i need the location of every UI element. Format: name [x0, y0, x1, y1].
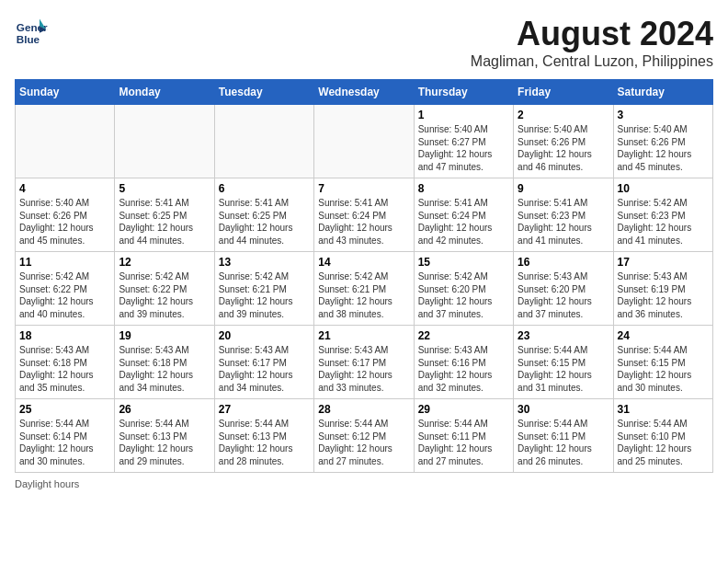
day-info: Sunrise: 5:44 AM Sunset: 6:12 PM Dayligh…	[318, 418, 409, 467]
day-number: 29	[418, 403, 509, 416]
day-number: 28	[318, 403, 409, 416]
day-info: Sunrise: 5:44 AM Sunset: 6:11 PM Dayligh…	[418, 418, 509, 467]
day-info: Sunrise: 5:41 AM Sunset: 6:25 PM Dayligh…	[219, 197, 310, 247]
day-number: 15	[418, 256, 509, 269]
calendar-cell: 20Sunrise: 5:43 AM Sunset: 6:17 PM Dayli…	[214, 326, 313, 399]
day-info: Sunrise: 5:44 AM Sunset: 6:11 PM Dayligh…	[518, 418, 609, 467]
calendar-cell: 17Sunrise: 5:43 AM Sunset: 6:19 PM Dayli…	[613, 252, 712, 326]
calendar-cell: 11Sunrise: 5:42 AM Sunset: 6:22 PM Dayli…	[16, 252, 115, 326]
day-info: Sunrise: 5:42 AM Sunset: 6:22 PM Dayligh…	[19, 270, 110, 320]
calendar-cell: 9Sunrise: 5:41 AM Sunset: 6:23 PM Daylig…	[514, 178, 613, 252]
calendar-cell: 28Sunrise: 5:44 AM Sunset: 6:12 PM Dayli…	[314, 399, 414, 473]
calendar-cell: 1Sunrise: 5:40 AM Sunset: 6:27 PM Daylig…	[414, 105, 513, 178]
day-number: 1	[418, 109, 509, 121]
logo-icon: General Blue	[15, 15, 48, 48]
day-info: Sunrise: 5:41 AM Sunset: 6:24 PM Dayligh…	[318, 197, 409, 247]
day-number: 9	[518, 182, 609, 195]
calendar-header-saturday: Saturday	[613, 80, 712, 105]
subtitle: Magliman, Central Luzon, Philippines	[471, 53, 713, 70]
day-info: Sunrise: 5:41 AM Sunset: 6:23 PM Dayligh…	[518, 197, 609, 247]
day-info: Sunrise: 5:44 AM Sunset: 6:15 PM Dayligh…	[518, 344, 609, 394]
day-info: Sunrise: 5:43 AM Sunset: 6:17 PM Dayligh…	[318, 344, 409, 394]
day-info: Sunrise: 5:44 AM Sunset: 6:15 PM Dayligh…	[618, 344, 709, 394]
calendar-header-monday: Monday	[115, 80, 214, 105]
calendar-header-sunday: Sunday	[16, 80, 115, 105]
day-info: Sunrise: 5:44 AM Sunset: 6:10 PM Dayligh…	[618, 418, 709, 467]
calendar-header-friday: Friday	[514, 80, 613, 105]
day-number: 7	[318, 182, 409, 195]
day-number: 25	[19, 403, 110, 416]
footer-note: Daylight hours	[15, 478, 713, 489]
calendar-cell: 3Sunrise: 5:40 AM Sunset: 6:26 PM Daylig…	[613, 105, 712, 178]
day-number: 24	[618, 329, 709, 342]
main-title: August 2024	[471, 15, 713, 53]
day-number: 6	[219, 182, 310, 195]
calendar-week-1: 1Sunrise: 5:40 AM Sunset: 6:27 PM Daylig…	[16, 105, 713, 178]
day-number: 8	[418, 182, 509, 195]
day-info: Sunrise: 5:43 AM Sunset: 6:18 PM Dayligh…	[119, 344, 210, 394]
calendar-cell: 5Sunrise: 5:41 AM Sunset: 6:25 PM Daylig…	[115, 178, 214, 252]
day-info: Sunrise: 5:40 AM Sunset: 6:26 PM Dayligh…	[19, 197, 110, 247]
calendar-cell: 15Sunrise: 5:42 AM Sunset: 6:20 PM Dayli…	[414, 252, 513, 326]
calendar-cell: 8Sunrise: 5:41 AM Sunset: 6:24 PM Daylig…	[414, 178, 513, 252]
day-number: 4	[19, 182, 110, 195]
day-number: 22	[418, 329, 509, 342]
day-info: Sunrise: 5:43 AM Sunset: 6:18 PM Dayligh…	[19, 344, 110, 394]
day-number: 10	[618, 182, 709, 195]
day-info: Sunrise: 5:41 AM Sunset: 6:25 PM Dayligh…	[119, 197, 210, 247]
calendar-cell: 29Sunrise: 5:44 AM Sunset: 6:11 PM Dayli…	[414, 399, 513, 473]
calendar-cell: 24Sunrise: 5:44 AM Sunset: 6:15 PM Dayli…	[613, 326, 712, 399]
day-number: 27	[219, 403, 310, 416]
day-number: 14	[318, 256, 409, 269]
svg-text:Blue: Blue	[17, 33, 40, 45]
calendar-cell: 12Sunrise: 5:42 AM Sunset: 6:22 PM Dayli…	[115, 252, 214, 326]
calendar-week-2: 4Sunrise: 5:40 AM Sunset: 6:26 PM Daylig…	[16, 178, 713, 252]
day-number: 26	[119, 403, 210, 416]
day-info: Sunrise: 5:41 AM Sunset: 6:24 PM Dayligh…	[418, 197, 509, 247]
calendar-cell: 18Sunrise: 5:43 AM Sunset: 6:18 PM Dayli…	[16, 326, 115, 399]
calendar-cell: 4Sunrise: 5:40 AM Sunset: 6:26 PM Daylig…	[16, 178, 115, 252]
day-number: 5	[119, 182, 210, 195]
calendar-header-row: SundayMondayTuesdayWednesdayThursdayFrid…	[16, 80, 713, 105]
calendar-cell: 10Sunrise: 5:42 AM Sunset: 6:23 PM Dayli…	[613, 178, 712, 252]
calendar-cell	[314, 105, 414, 178]
day-info: Sunrise: 5:43 AM Sunset: 6:17 PM Dayligh…	[219, 344, 310, 394]
calendar: SundayMondayTuesdayWednesdayThursdayFrid…	[15, 79, 713, 473]
calendar-cell: 25Sunrise: 5:44 AM Sunset: 6:14 PM Dayli…	[16, 399, 115, 473]
day-number: 31	[618, 403, 709, 416]
calendar-cell: 6Sunrise: 5:41 AM Sunset: 6:25 PM Daylig…	[214, 178, 313, 252]
day-info: Sunrise: 5:44 AM Sunset: 6:13 PM Dayligh…	[119, 418, 210, 467]
calendar-week-4: 18Sunrise: 5:43 AM Sunset: 6:18 PM Dayli…	[16, 326, 713, 399]
calendar-header-wednesday: Wednesday	[314, 80, 414, 105]
logo: General Blue	[15, 15, 48, 48]
calendar-cell: 13Sunrise: 5:42 AM Sunset: 6:21 PM Dayli…	[214, 252, 313, 326]
day-info: Sunrise: 5:40 AM Sunset: 6:26 PM Dayligh…	[518, 123, 609, 173]
day-number: 20	[219, 329, 310, 342]
calendar-week-5: 25Sunrise: 5:44 AM Sunset: 6:14 PM Dayli…	[16, 399, 713, 473]
day-number: 3	[618, 109, 709, 121]
day-number: 23	[518, 329, 609, 342]
header: General Blue August 2024 Magliman, Centr…	[15, 15, 713, 70]
day-number: 13	[219, 256, 310, 269]
calendar-cell: 22Sunrise: 5:43 AM Sunset: 6:16 PM Dayli…	[414, 326, 513, 399]
calendar-header-thursday: Thursday	[414, 80, 513, 105]
day-info: Sunrise: 5:44 AM Sunset: 6:14 PM Dayligh…	[19, 418, 110, 467]
calendar-cell: 21Sunrise: 5:43 AM Sunset: 6:17 PM Dayli…	[314, 326, 414, 399]
day-info: Sunrise: 5:43 AM Sunset: 6:19 PM Dayligh…	[618, 270, 709, 320]
day-info: Sunrise: 5:40 AM Sunset: 6:27 PM Dayligh…	[418, 123, 509, 173]
calendar-cell: 2Sunrise: 5:40 AM Sunset: 6:26 PM Daylig…	[514, 105, 613, 178]
calendar-header-tuesday: Tuesday	[214, 80, 313, 105]
day-info: Sunrise: 5:42 AM Sunset: 6:21 PM Dayligh…	[219, 270, 310, 320]
calendar-cell: 31Sunrise: 5:44 AM Sunset: 6:10 PM Dayli…	[613, 399, 712, 473]
day-number: 12	[119, 256, 210, 269]
calendar-cell: 26Sunrise: 5:44 AM Sunset: 6:13 PM Dayli…	[115, 399, 214, 473]
calendar-cell: 16Sunrise: 5:43 AM Sunset: 6:20 PM Dayli…	[514, 252, 613, 326]
day-info: Sunrise: 5:40 AM Sunset: 6:26 PM Dayligh…	[618, 123, 709, 173]
title-section: August 2024 Magliman, Central Luzon, Phi…	[471, 15, 713, 70]
day-info: Sunrise: 5:43 AM Sunset: 6:16 PM Dayligh…	[418, 344, 509, 394]
day-info: Sunrise: 5:42 AM Sunset: 6:21 PM Dayligh…	[318, 270, 409, 320]
day-number: 19	[119, 329, 210, 342]
calendar-week-3: 11Sunrise: 5:42 AM Sunset: 6:22 PM Dayli…	[16, 252, 713, 326]
day-info: Sunrise: 5:43 AM Sunset: 6:20 PM Dayligh…	[518, 270, 609, 320]
calendar-cell: 30Sunrise: 5:44 AM Sunset: 6:11 PM Dayli…	[514, 399, 613, 473]
